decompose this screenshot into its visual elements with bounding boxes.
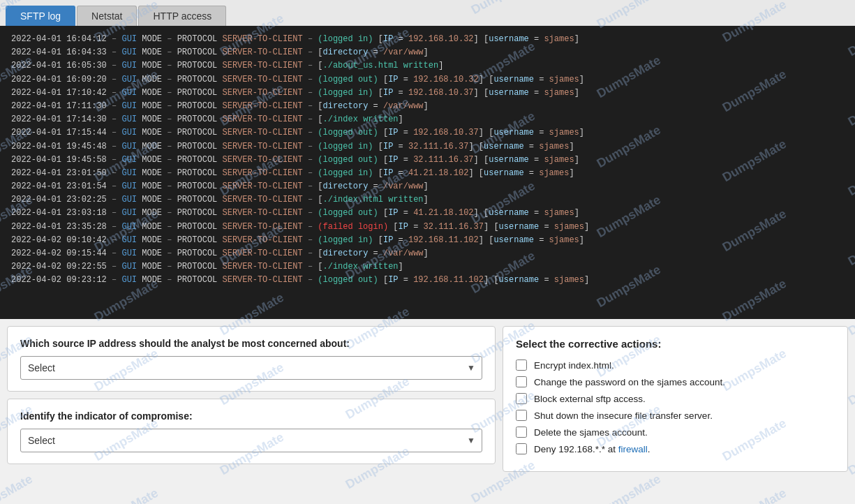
tabs-bar: SFTP log Netstat HTTP access: [0, 0, 855, 26]
log-line: 2022-04-01 16:04:33 – GUI MODE – PROTOCO…: [11, 46, 844, 59]
checkbox-item-shutdown-insecure: Shut down the insecure file transfer ser…: [516, 410, 835, 421]
log-line: 2022-04-01 17:14:30 – GUI MODE – PROTOCO…: [11, 113, 844, 126]
log-line: 2022-04-02 09:22:55 – GUI MODE – PROTOCO…: [11, 260, 844, 274]
bottom-section: Which source IP address should the analy…: [0, 319, 855, 479]
log-line: 2022-04-01 23:02:25 – GUI MODE – PROTOCO…: [11, 193, 844, 207]
log-line: 2022-04-02 09:23:12 – GUI MODE – PROTOCO…: [11, 274, 844, 287]
corrective-actions: Encrypt index.html.Change the password o…: [516, 360, 835, 454]
checkbox-deny-ip[interactable]: [516, 443, 527, 454]
tab-netstat[interactable]: Netstat: [77, 6, 137, 26]
log-line: 2022-04-01 23:03:18 – GUI MODE – PROTOCO…: [11, 207, 844, 220]
checkbox-block-sftp[interactable]: [516, 393, 527, 404]
question2-select-wrapper: SelectFailed login attemptDirectory trav…: [20, 429, 482, 452]
checkbox-item-deny-ip: Deny 192.168.*.* at firewall.: [516, 443, 835, 454]
checkbox-item-delete-account: Delete the sjames account.: [516, 427, 835, 438]
question2-label: Identify the indicator of compromise:: [20, 410, 482, 422]
log-container: 2022-04-01 16:04:12 – GUI MODE – PROTOCO…: [0, 26, 855, 319]
log-line: 2022-04-01 16:04:12 – GUI MODE – PROTOCO…: [11, 33, 844, 46]
corrective-title: Select the corrective actions:: [516, 338, 835, 350]
checkbox-delete-account[interactable]: [516, 427, 527, 438]
checkbox-shutdown-insecure[interactable]: [516, 410, 527, 421]
checkbox-item-change-password: Change the password on the sjames accoun…: [516, 376, 835, 387]
log-line: 2022-04-01 19:45:58 – GUI MODE – PROTOCO…: [11, 154, 844, 167]
log-line: 2022-04-01 16:05:30 – GUI MODE – PROTOCO…: [11, 59, 844, 73]
log-line: 2022-04-01 17:11:30 – GUI MODE – PROTOCO…: [11, 100, 844, 113]
right-panel: Select the corrective actions: Encrypt i…: [503, 326, 848, 472]
question1-label: Which source IP address should the analy…: [20, 338, 482, 349]
label-block-sftp[interactable]: Block external sftp access.: [534, 394, 646, 404]
checkbox-encrypt[interactable]: [516, 360, 527, 371]
question2-box: Identify the indicator of compromise: Se…: [7, 399, 496, 464]
log-line: 2022-04-01 23:01:50 – GUI MODE – PROTOCO…: [11, 167, 844, 180]
tab-sftp[interactable]: SFTP log: [6, 6, 75, 26]
checkbox-item-encrypt: Encrypt index.html.: [516, 360, 835, 371]
log-line: 2022-04-01 23:35:28 – GUI MODE – PROTOCO…: [11, 221, 844, 234]
label-change-password[interactable]: Change the password on the sjames accoun…: [534, 377, 725, 387]
log-line: 2022-04-01 19:45:48 – GUI MODE – PROTOCO…: [11, 140, 844, 154]
question2-select[interactable]: SelectFailed login attemptDirectory trav…: [20, 429, 482, 452]
question1-box: Which source IP address should the analy…: [7, 326, 496, 392]
label-shutdown-insecure[interactable]: Shut down the insecure file transfer ser…: [534, 410, 713, 421]
question1-select-wrapper: Select192.168.10.32192.168.10.3732.111.1…: [20, 356, 482, 380]
label-deny-ip[interactable]: Deny 192.168.*.* at firewall.: [534, 444, 650, 454]
log-line: 2022-04-02 09:15:44 – GUI MODE – PROTOCO…: [11, 247, 844, 260]
left-panel: Which source IP address should the analy…: [7, 326, 503, 472]
checkbox-change-password[interactable]: [516, 376, 527, 387]
label-encrypt[interactable]: Encrypt index.html.: [534, 360, 614, 371]
log-line: 2022-04-02 09:10:42 – GUI MODE – PROTOCO…: [11, 234, 844, 247]
checkbox-item-block-sftp: Block external sftp access.: [516, 393, 835, 404]
label-delete-account[interactable]: Delete the sjames account.: [534, 427, 648, 438]
question1-select[interactable]: Select192.168.10.32192.168.10.3732.111.1…: [20, 356, 482, 380]
tab-http[interactable]: HTTP access: [138, 6, 226, 26]
log-line: 2022-04-01 16:09:20 – GUI MODE – PROTOCO…: [11, 73, 844, 87]
log-line: 2022-04-01 17:10:42 – GUI MODE – PROTOCO…: [11, 87, 844, 100]
log-line: 2022-04-01 23:01:54 – GUI MODE – PROTOCO…: [11, 180, 844, 193]
log-line: 2022-04-01 17:15:44 – GUI MODE – PROTOCO…: [11, 126, 844, 140]
